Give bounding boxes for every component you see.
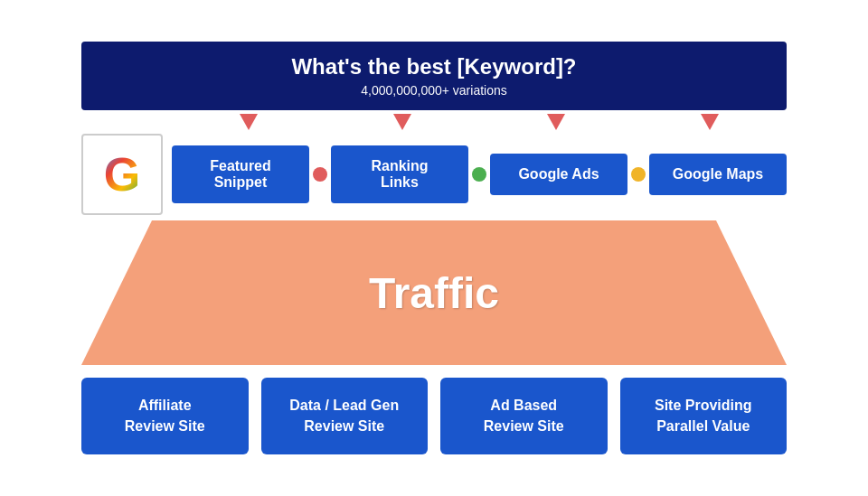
ad-based-box: Ad BasedReview Site xyxy=(440,378,608,454)
google-ads-box: Google Ads xyxy=(490,154,627,195)
google-g-letter: G xyxy=(104,151,140,198)
ranking-links-box: RankingLinks xyxy=(331,145,468,203)
dot-red xyxy=(313,167,327,182)
google-maps-box: Google Maps xyxy=(649,154,787,195)
dot-yellow xyxy=(631,167,646,182)
google-boxes-row: G FeaturedSnippet RankingLinks Google Ad… xyxy=(81,134,787,215)
traffic-section: Traffic xyxy=(81,220,787,365)
data-lead-gen-box: Data / Lead GenReview Site xyxy=(261,378,429,454)
snippet-boxes-container: FeaturedSnippet RankingLinks Google Ads … xyxy=(172,145,787,203)
arrow-down-1 xyxy=(240,114,258,130)
top-banner: What's the best [Keyword]? 4,000,000,000… xyxy=(81,42,787,110)
banner-title: What's the best [Keyword]? xyxy=(103,54,765,80)
bottom-boxes: AffiliateReview Site Data / Lead GenRevi… xyxy=(81,378,787,454)
arrow-down-4 xyxy=(701,114,719,130)
traffic-shape: Traffic xyxy=(81,220,787,365)
featured-snippet-box: FeaturedSnippet xyxy=(172,145,309,203)
affiliate-review-box: AffiliateReview Site xyxy=(81,378,249,454)
arrow-down-3 xyxy=(547,114,565,130)
arrow-down-2 xyxy=(393,114,411,130)
dot-green xyxy=(472,167,486,182)
main-container: What's the best [Keyword]? 4,000,000,000… xyxy=(27,42,841,454)
traffic-label: Traffic xyxy=(369,268,499,318)
google-logo: G xyxy=(81,134,163,215)
arrows-row xyxy=(172,110,787,134)
banner-subtitle: 4,000,000,000+ variations xyxy=(103,83,765,98)
parallel-value-box: Site ProvidingParallel Value xyxy=(620,378,788,454)
